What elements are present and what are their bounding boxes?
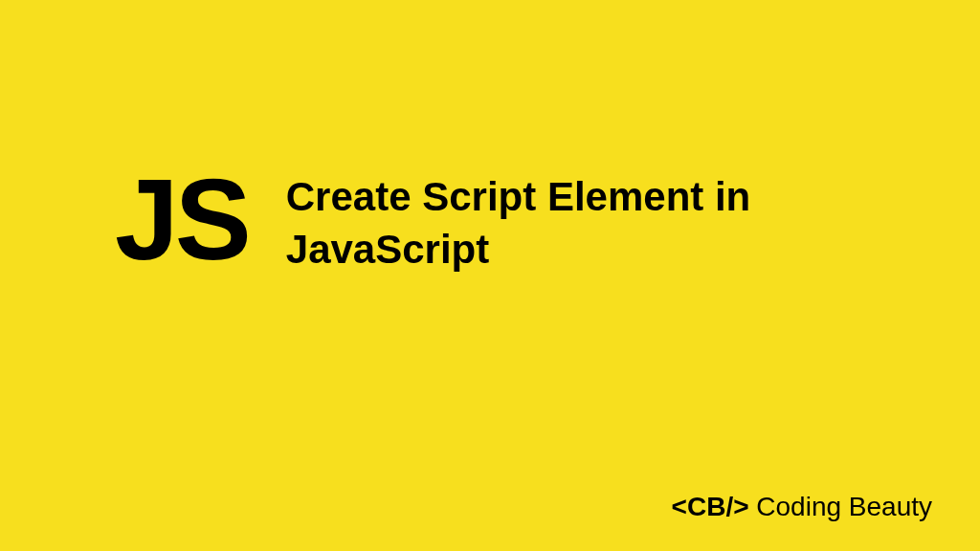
brand-name: Coding Beauty (756, 492, 932, 521)
brand-attribution: <CB/> Coding Beauty (672, 492, 932, 522)
title-line-1: Create Script Element in (286, 174, 750, 219)
title-line-2: JavaScript (286, 227, 489, 272)
js-logo-icon: JS (115, 167, 248, 271)
main-content: JS Create Script Element in JavaScript (0, 0, 980, 276)
page-title: Create Script Element in JavaScript (286, 167, 750, 276)
brand-tag: <CB/> (672, 492, 749, 521)
